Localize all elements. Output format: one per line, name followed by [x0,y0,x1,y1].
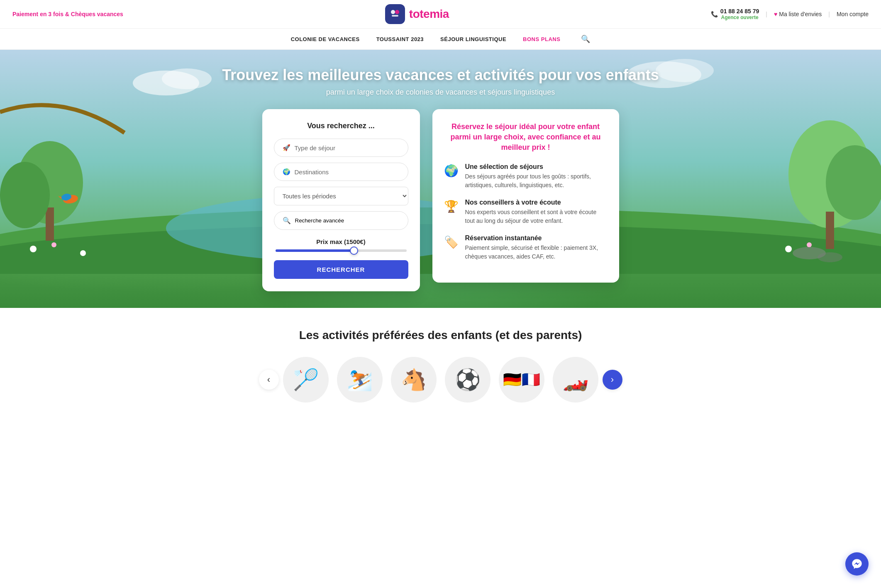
nav-item-linguistique[interactable]: SÉJOUR LINGUISTIQUE [440,36,506,42]
info-item-reservation-text: Réservation instantanée Paiement simple,… [465,234,608,261]
activity-circle-karting[interactable]: 🏎️ [553,357,598,403]
nav-item-toussaint[interactable]: TOUSSAINT 2023 [376,36,424,42]
divider1: | [766,11,767,17]
type-sejour-label: Type de séjour [295,144,335,151]
agency-status: Agence ouverte [720,15,759,20]
search-card-title: Vous recherchez ... [274,122,408,130]
advanced-search-label: Recherche avancée [295,217,344,224]
info-item-conseillers: 🏆 Nos conseillers à votre écoute Nos exp… [444,199,608,225]
svg-point-0 [391,10,395,14]
phone-number[interactable]: 01 88 24 85 79 [720,8,759,15]
reservation-icon: 🏷️ [444,235,459,249]
activity-item-football: ⚽ [445,357,491,403]
price-slider-track [276,249,407,252]
arrow-right-button[interactable]: › [603,370,622,390]
advanced-search-button[interactable]: 🔍 Recherche avancée [274,211,408,230]
conseillers-desc: Nos experts vous conseillent et sont à v… [465,208,608,225]
price-slider-thumb[interactable] [350,246,358,255]
hero-title: Trouvez les meilleures vacances et activ… [222,66,659,84]
arrow-left-button[interactable]: ‹ [259,370,279,390]
price-slider-fill [276,249,354,252]
promo-text: Paiement en 3 fois & Chèques vacances [12,11,123,17]
main-nav: COLONIE DE VACANCES TOUSSAINT 2023 SÉJOU… [0,29,881,50]
info-item-selection-text: Une sélection de séjours Des séjours agr… [465,163,608,190]
destinations-button[interactable]: 🌍 Destinations [274,163,408,181]
activities-section: Les activités préférées des enfants (et … [0,308,881,415]
arrow-left-icon: ‹ [267,374,270,385]
account-link[interactable]: Mon compte [837,11,869,17]
logo[interactable]: totemia [385,4,449,24]
destinations-label: Destinations [295,168,329,176]
hero-title-section: Trouvez les meilleures vacances et activ… [214,50,667,105]
selection-desc: Des séjours agréés pour tous les goûts :… [465,172,608,190]
search-button[interactable]: RECHERCHER [274,260,408,279]
nav-search-icon[interactable]: 🔍 [581,34,590,44]
hero-cards-row: Vous recherchez ... 🚀 Type de séjour 🌍 D… [0,105,881,308]
logo-text: totemia [409,7,449,21]
selection-title: Une sélection de séjours [465,163,608,171]
hero-subtitle: parmi un large choix de colonies de vaca… [222,88,659,97]
phone-icon: 📞 [711,11,718,17]
activity-item-equitation: 🐴 [391,357,437,403]
activity-item-langues: 🇩🇪🇫🇷 [499,357,544,403]
arrow-right-icon: › [611,374,614,385]
phone-section: 📞 01 88 24 85 79 Agence ouverte [711,8,759,20]
type-sejour-button[interactable]: 🚀 Type de séjour [274,139,408,157]
hero-section: Trouvez les meilleures vacances et activ… [0,50,881,308]
top-bar: Paiement en 3 fois & Chèques vacances to… [0,0,881,29]
activity-items-list: 🏸 ⛷️ 🐴 ⚽ 🇩🇪🇫🇷 🏎️ [283,357,598,403]
nav-item-colonies[interactable]: COLONIE DE VACANCES [291,36,360,42]
selection-icon: 🌍 [444,164,459,178]
advanced-search-icon: 🔍 [283,217,291,224]
activity-circle-ski[interactable]: ⛷️ [337,357,383,403]
globe-icon: 🌍 [283,168,290,176]
logo-icon [385,4,405,24]
activity-item-karting: 🏎️ [553,357,598,403]
divider2: | [828,11,830,17]
activity-item-ski: ⛷️ [337,357,383,403]
activity-item-sports: 🏸 [283,357,329,403]
info-item-conseillers-text: Nos conseillers à votre écoute Nos exper… [465,199,608,225]
activity-circle-sports[interactable]: 🏸 [283,357,329,403]
search-card: Vous recherchez ... 🚀 Type de séjour 🌍 D… [262,109,420,291]
svg-point-1 [395,10,399,14]
rocket-icon: 🚀 [283,144,290,151]
activities-row: ‹ 🏸 ⛷️ 🐴 ⚽ 🇩🇪🇫🇷 🏎️ › [12,357,869,403]
info-item-reservation: 🏷️ Réservation instantanée Paiement simp… [444,234,608,261]
nav-item-bons-plans[interactable]: BONS PLANS [523,36,560,42]
activity-circle-football[interactable]: ⚽ [445,357,491,403]
price-section: Prix max (1500€) [274,238,408,252]
reservation-desc: Paiement simple, sécurisé et flexible : … [465,244,608,261]
info-card-title: Réservez le séjour idéal pour votre enfa… [444,122,608,153]
wishlist-label: Ma liste d'envies [779,11,822,17]
period-select[interactable]: Toutes les périodesÉté 2024Toussaint 202… [274,187,408,205]
top-bar-right: 📞 01 88 24 85 79 Agence ouverte | ♥ Ma l… [711,8,869,20]
svg-rect-2 [392,15,398,17]
reservation-title: Réservation instantanée [465,234,608,242]
info-card: Réservez le séjour idéal pour votre enfa… [432,109,619,283]
info-item-selection: 🌍 Une sélection de séjours Des séjours a… [444,163,608,190]
activities-title: Les activités préférées des enfants (et … [12,329,869,342]
heart-icon: ♥ [774,11,777,17]
activity-circle-equitation[interactable]: 🐴 [391,357,437,403]
conseillers-icon: 🏆 [444,200,459,213]
price-label: Prix max (1500€) [274,238,408,245]
activity-circle-langues[interactable]: 🇩🇪🇫🇷 [499,357,544,403]
conseillers-title: Nos conseillers à votre écoute [465,199,608,206]
wishlist-link[interactable]: ♥ Ma liste d'envies [774,11,822,17]
